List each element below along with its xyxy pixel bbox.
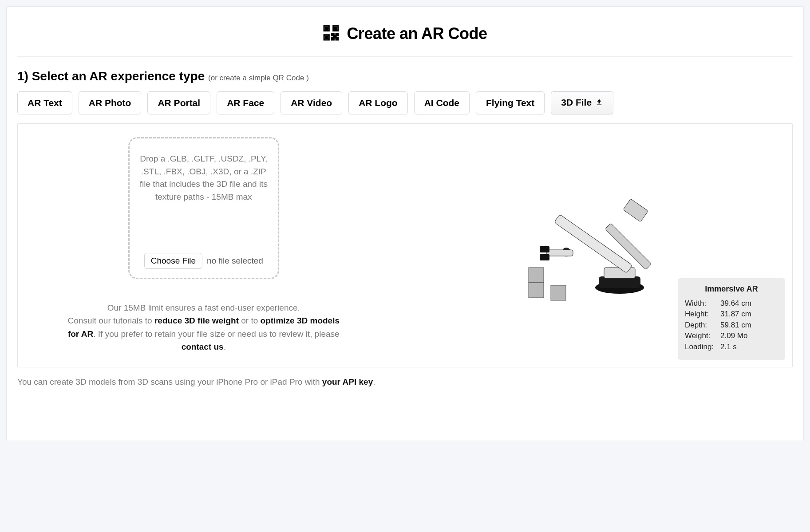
page: Create an AR Code 1) Select an AR experi… (6, 6, 804, 441)
info-key: Height: (685, 309, 716, 320)
tab-ar-text[interactable]: AR Text (17, 91, 72, 114)
model-info-card: Immersive AR Width:39.64 cmHeight:31.87 … (678, 278, 785, 360)
main-panel: Drop a .GLB, .GLTF, .USDZ, .PLY, .STL, .… (17, 123, 793, 367)
dropzone-text: Drop a .GLB, .GLTF, .USDZ, .PLY, .STL, .… (138, 153, 270, 203)
info-key: Loading: (685, 342, 716, 353)
tab-ar-portal[interactable]: AR Portal (147, 91, 210, 114)
qr-code-link[interactable]: QR Code (273, 74, 304, 82)
tab-ar-logo[interactable]: AR Logo (348, 91, 407, 114)
svg-rect-10 (336, 38, 338, 40)
info-row: Depth:59.81 cm (685, 320, 778, 331)
panel-left: Drop a .GLB, .GLTF, .USDZ, .PLY, .STL, .… (18, 124, 390, 367)
tab-ar-photo[interactable]: AR Photo (79, 91, 142, 114)
svg-rect-21 (529, 268, 544, 283)
tab-ai-code[interactable]: AI Code (414, 91, 470, 114)
svg-rect-3 (335, 27, 337, 29)
svg-rect-13 (604, 268, 635, 278)
model-preview[interactable] (498, 179, 684, 312)
svg-rect-16 (623, 199, 648, 222)
step1-sub-suffix: ) (304, 74, 308, 82)
info-row: Width:39.64 cm (685, 298, 778, 309)
info-value: 31.87 cm (720, 309, 751, 320)
footer-c: . (373, 377, 375, 386)
info-value: 2.1 s (720, 342, 737, 353)
info-key: Depth: (685, 320, 716, 331)
info-row: Loading:2.1 s (685, 342, 778, 353)
help-2c: or to (239, 316, 261, 325)
panel-right: Immersive AR Width:39.64 cmHeight:31.87 … (390, 124, 792, 367)
help-2g: . (224, 342, 226, 351)
qr-icon (323, 24, 340, 43)
tab-row: AR TextAR PhotoAR PortalAR FaceAR VideoA… (17, 91, 793, 114)
step1-heading-text: 1) Select an AR experience type (17, 69, 205, 83)
info-value: 59.81 cm (720, 320, 751, 331)
contact-link[interactable]: contact us (182, 342, 224, 351)
info-row: Height:31.87 cm (685, 309, 778, 320)
footer-a: You can create 3D models from 3D scans u… (17, 377, 322, 386)
choose-file-button[interactable]: Choose File (144, 253, 202, 269)
info-title: Immersive AR (685, 284, 778, 294)
svg-rect-22 (529, 283, 544, 298)
step1-sub-prefix: (or create a simple (208, 74, 273, 82)
tab-ar-face[interactable]: AR Face (217, 91, 274, 114)
footer-note: You can create 3D models from 3D scans u… (17, 377, 793, 387)
file-status: no file selected (207, 256, 263, 266)
help-2e: . If you prefer to retain your file size… (93, 329, 339, 339)
svg-rect-1 (326, 27, 328, 29)
api-key-link[interactable]: your API key (322, 377, 373, 386)
svg-rect-23 (551, 285, 566, 300)
file-row: Choose File no file selected (144, 253, 263, 269)
title-row: Create an AR Code (17, 16, 793, 57)
reduce-weight-link[interactable]: reduce 3D file weight (154, 316, 239, 325)
info-value: 2.09 Mo (720, 331, 747, 342)
file-dropzone[interactable]: Drop a .GLB, .GLTF, .USDZ, .PLY, .STL, .… (128, 137, 279, 279)
help-2a: Consult our tutorials to (68, 316, 154, 325)
step1-sub: (or create a simple QR Code ) (208, 74, 309, 82)
svg-rect-18 (546, 250, 573, 256)
info-key: Width: (685, 298, 716, 309)
tab-flying-text[interactable]: Flying Text (476, 91, 545, 114)
svg-rect-5 (326, 36, 328, 39)
page-title: Create an AR Code (347, 24, 487, 43)
help-line1: Our 15MB limit ensures a fast end-user e… (107, 303, 300, 312)
help-text: Our 15MB limit ensures a fast end-user e… (62, 301, 346, 354)
svg-rect-20 (540, 254, 549, 260)
svg-rect-19 (540, 246, 549, 252)
tab-3d-file[interactable]: 3D File (551, 91, 613, 114)
step1-heading: 1) Select an AR experience type (or crea… (17, 69, 793, 83)
upload-icon (595, 98, 603, 108)
tab-ar-video[interactable]: AR Video (281, 91, 342, 114)
info-key: Weight: (685, 331, 716, 342)
info-value: 39.64 cm (720, 298, 751, 309)
info-row: Weight:2.09 Mo (685, 331, 778, 342)
